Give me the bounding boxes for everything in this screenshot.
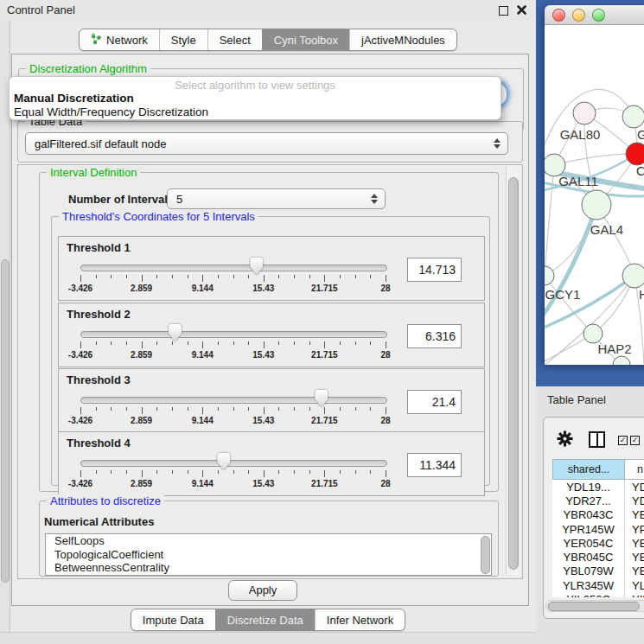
table-row[interactable]: YPR145WYPR1 (552, 522, 644, 536)
algorithm-option-equal-width-frequency-discretization[interactable]: Equal Width/Frequency Discretization (10, 105, 501, 119)
network-view-window[interactable]: GAL80GCGAL11GAL4GCY1HHAP2 (545, 5, 644, 365)
table-cell[interactable]: YIL052C (552, 592, 625, 597)
table-cell[interactable]: YBR043C (552, 508, 625, 522)
table-hscrollbar-track[interactable] (545, 600, 644, 612)
threshold-value-field[interactable]: 11.344 (407, 453, 462, 477)
slider-track[interactable] (80, 265, 387, 271)
gear-icon[interactable] (557, 430, 573, 447)
table-row[interactable]: YBR045CYBR0 (552, 550, 644, 564)
tab-style[interactable]: Style (159, 29, 207, 50)
table-cell[interactable]: YBL0 (625, 564, 644, 578)
column-header-name[interactable]: n (625, 459, 644, 480)
network-node-c[interactable] (626, 143, 644, 165)
float-window-icon[interactable] (499, 6, 508, 16)
minimize-traffic-light-icon[interactable] (572, 9, 585, 22)
table-cell[interactable]: YBR0 (625, 508, 644, 522)
top-tab-bar: NetworkStyleSelectCyni ToolboxjActiveMNo… (0, 29, 536, 51)
checkbox-icon[interactable]: ✓ (618, 436, 628, 445)
table-header-row: shared... n (552, 459, 644, 480)
algorithm-option-manual-discretization[interactable]: Manual Discretization (10, 92, 501, 105)
tab-label: Cyni Toolbox (274, 34, 338, 47)
table-cell[interactable]: YDL19... (552, 480, 625, 494)
network-node-h[interactable] (622, 264, 644, 288)
stepper-arrows-icon[interactable] (371, 194, 378, 204)
settings-scrollbar-thumb[interactable] (508, 177, 519, 570)
threshold-value-field[interactable]: 21.4 (407, 390, 462, 414)
stepper-arrows-icon[interactable] (494, 138, 501, 149)
network-node-hap2[interactable] (583, 324, 603, 343)
table-row[interactable]: YIL052CYIL0 (552, 592, 644, 597)
network-window-titlebar[interactable] (545, 5, 644, 25)
table-hscrollbar-thumb[interactable] (548, 602, 640, 611)
table-cell[interactable]: YDL1 (625, 480, 644, 494)
table-data-combobox[interactable]: galFiltered.sif default node (25, 132, 508, 155)
numerical-attributes-list[interactable]: SelfLoopsTopologicalCoefficientBetweenne… (45, 533, 492, 576)
settings-scrollbar-track[interactable] (506, 167, 520, 575)
network-node-g[interactable] (622, 105, 644, 128)
network-node-label: HAP2 (597, 341, 631, 356)
attribute-item-topologicalcoefficient[interactable]: TopologicalCoefficient (46, 548, 491, 562)
table-row[interactable]: YBR043CYBR0 (552, 508, 644, 522)
slider-tick-labels: -3.4262.8599.14415.4321.71528 (80, 284, 386, 294)
tab-cyni-toolbox[interactable]: Cyni Toolbox (262, 29, 349, 50)
network-node-gal4[interactable] (582, 190, 611, 220)
table-cell[interactable]: YPR1 (625, 522, 644, 536)
slider-thumb[interactable] (217, 453, 230, 470)
table-cell[interactable]: YLR3 (625, 578, 644, 592)
slider-track[interactable] (80, 331, 387, 338)
network-node-gal80[interactable] (573, 102, 596, 124)
tab-select[interactable]: Select (207, 29, 262, 50)
network-canvas[interactable]: GAL80GCGAL11GAL4GCY1HHAP2 (545, 25, 644, 365)
table-cell[interactable]: YER0 (625, 536, 644, 550)
threshold-value-field[interactable]: 6.316 (407, 324, 462, 348)
table-data-combobox-value: galFiltered.sif default node (35, 137, 166, 150)
table-row[interactable]: YER054CYER0 (552, 536, 644, 550)
threshold-panel: Threshold 1 -3.4262.8599.14415.4321.7152… (58, 236, 485, 301)
tab-infer-network[interactable]: Infer Network (315, 609, 405, 630)
tab-discretize-data[interactable]: Discretize Data (215, 609, 315, 630)
threshold-panel: Threshold 4 -3.4262.8599.14415.4321.7152… (58, 431, 485, 496)
list-scrollbar[interactable] (481, 536, 490, 574)
attribute-item-selfloops[interactable]: SelfLoops (46, 534, 491, 548)
slider-thumb[interactable] (250, 258, 263, 275)
table-cell[interactable]: YBL079W (552, 564, 625, 578)
tab-impute-data[interactable]: Impute Data (131, 609, 215, 630)
table-row[interactable]: YLR345WYLR3 (552, 578, 644, 592)
network-node[interactable] (613, 356, 630, 365)
zoom-traffic-light-icon[interactable] (592, 9, 605, 22)
slider-thumb[interactable] (169, 324, 182, 341)
network-node-gcy1[interactable] (545, 266, 554, 285)
table-row[interactable]: YDR27...YDR2 (552, 494, 644, 507)
threshold-value-field[interactable]: 14.713 (407, 258, 462, 282)
table-cell[interactable]: YBR045C (552, 550, 625, 564)
slider-track[interactable] (80, 397, 387, 404)
control-panel-left-scrollbar-thumb[interactable] (1, 259, 10, 583)
split-view-icon[interactable] (589, 431, 605, 448)
tab-label: Style (171, 34, 196, 47)
close-icon[interactable] (516, 4, 527, 16)
tab-jactivemnodules[interactable]: jActiveMNodules (349, 29, 456, 50)
slider-ticks (80, 470, 386, 478)
table-row[interactable]: YBL079WYBL0 (552, 564, 644, 578)
attribute-item-betweennesscentrality[interactable]: BetweennessCentrality (46, 561, 491, 575)
table-row[interactable]: YDL19...YDL1 (552, 480, 644, 494)
table-cell[interactable]: YDR2 (625, 494, 644, 507)
number-of-intervals-label: Number of Intervals (68, 193, 174, 206)
table-cell[interactable]: YLR345W (552, 578, 625, 592)
table-cell[interactable]: YPR145W (552, 522, 625, 536)
table-cell[interactable]: YBR0 (625, 550, 644, 564)
close-traffic-light-icon[interactable] (552, 9, 565, 22)
checkbox-icon[interactable]: ✓ (630, 436, 640, 445)
slider-track[interactable] (80, 460, 387, 467)
network-node-label: GAL80 (560, 127, 601, 142)
table-cell[interactable]: YIL0 (625, 592, 644, 597)
apply-button[interactable]: Apply (228, 580, 297, 601)
column-header-shared[interactable]: shared... (552, 459, 625, 480)
table-cell[interactable]: YER054C (552, 536, 625, 550)
number-of-intervals-combobox[interactable]: 5 (167, 188, 386, 209)
slider-thumb[interactable] (315, 390, 328, 407)
tab-network[interactable]: Network (80, 29, 159, 50)
algorithm-dropdown-popup: Select algorithm to view settings Manual… (9, 76, 501, 120)
numerical-attributes-label: Numerical Attributes (44, 515, 154, 528)
table-cell[interactable]: YDR27... (552, 494, 625, 507)
